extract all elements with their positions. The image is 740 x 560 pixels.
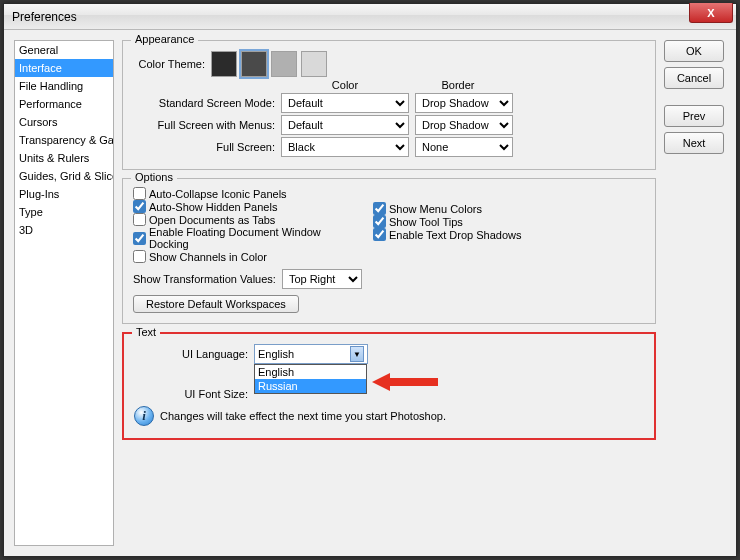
info-icon: i — [134, 406, 154, 426]
language-option-english[interactable]: English — [255, 365, 366, 379]
header-color: Color — [281, 79, 409, 91]
full-screen-border-select[interactable]: None — [415, 137, 513, 157]
standard-screen-border-select[interactable]: Drop Shadow — [415, 93, 513, 113]
window-title: Preferences — [12, 10, 77, 24]
chevron-down-icon: ▼ — [350, 346, 364, 362]
show-menu-colors-checkbox[interactable]: Show Menu Colors — [373, 202, 522, 215]
sidebar-item-units[interactable]: Units & Rulers — [15, 149, 113, 167]
full-menus-border-select[interactable]: Drop Shadow — [415, 115, 513, 135]
open-tabs-checkbox[interactable]: Open Documents as Tabs — [133, 213, 359, 226]
dialog-buttons: OK Cancel Prev Next — [664, 40, 726, 546]
text-group: Text UI Language: English ▼ English Russ… — [122, 332, 656, 440]
theme-swatch-1[interactable] — [211, 51, 237, 77]
ui-font-size-label: UI Font Size: — [134, 388, 254, 400]
appearance-legend: Appearance — [131, 33, 198, 45]
options-legend: Options — [131, 171, 177, 183]
restore-button[interactable]: Restore Default Workspaces — [133, 295, 299, 313]
language-option-russian[interactable]: Russian — [255, 379, 366, 393]
ok-button[interactable]: OK — [664, 40, 724, 62]
full-screen-label: Full Screen: — [133, 141, 281, 153]
show-tooltips-checkbox[interactable]: Show Tool Tips — [373, 215, 522, 228]
cancel-button[interactable]: Cancel — [664, 67, 724, 89]
full-menus-color-select[interactable]: Default — [281, 115, 409, 135]
sidebar-item-transparency[interactable]: Transparency & Gamut — [15, 131, 113, 149]
sidebar-item-performance[interactable]: Performance — [15, 95, 113, 113]
full-menus-label: Full Screen with Menus: — [133, 119, 281, 131]
next-button[interactable]: Next — [664, 132, 724, 154]
sidebar-item-plugins[interactable]: Plug-Ins — [15, 185, 113, 203]
header-border: Border — [409, 79, 507, 91]
standard-screen-label: Standard Screen Mode: — [133, 97, 281, 109]
transform-values-select[interactable]: Top Right — [282, 269, 362, 289]
sidebar-item-guides[interactable]: Guides, Grid & Slices — [15, 167, 113, 185]
theme-swatch-4[interactable] — [301, 51, 327, 77]
appearance-group: Appearance Color Theme: Color Border Sta… — [122, 40, 656, 170]
titlebar: Preferences X — [4, 4, 736, 30]
color-theme-label: Color Theme: — [133, 58, 211, 70]
enable-dock-checkbox[interactable]: Enable Floating Document Window Docking — [133, 226, 359, 250]
sidebar-item-interface[interactable]: Interface — [15, 59, 113, 77]
theme-swatch-3[interactable] — [271, 51, 297, 77]
transform-values-label: Show Transformation Values: — [133, 273, 282, 285]
ui-language-dropdown-list: English Russian — [254, 364, 367, 394]
preferences-dialog: Preferences X General Interface File Han… — [3, 3, 737, 557]
sidebar-item-file-handling[interactable]: File Handling — [15, 77, 113, 95]
info-text: Changes will take effect the next time y… — [160, 410, 446, 422]
text-legend: Text — [132, 326, 160, 338]
auto-show-checkbox[interactable]: Auto-Show Hidden Panels — [133, 200, 359, 213]
sidebar-item-general[interactable]: General — [15, 41, 113, 59]
full-screen-color-select[interactable]: Black — [281, 137, 409, 157]
ui-language-selected: English — [258, 348, 294, 360]
theme-swatch-2[interactable] — [241, 51, 267, 77]
options-group: Options Auto-Collapse Iconic Panels Auto… — [122, 178, 656, 324]
ui-language-label: UI Language: — [134, 348, 254, 360]
sidebar-item-cursors[interactable]: Cursors — [15, 113, 113, 131]
ui-language-select[interactable]: English ▼ English Russian — [254, 344, 368, 364]
auto-collapse-checkbox[interactable]: Auto-Collapse Iconic Panels — [133, 187, 359, 200]
prev-button[interactable]: Prev — [664, 105, 724, 127]
show-channels-checkbox[interactable]: Show Channels in Color — [133, 250, 359, 263]
close-button[interactable]: X — [689, 3, 733, 23]
close-x-icon: X — [707, 7, 714, 19]
standard-screen-color-select[interactable]: Default — [281, 93, 409, 113]
sidebar-item-3d[interactable]: 3D — [15, 221, 113, 239]
category-sidebar: General Interface File Handling Performa… — [14, 40, 114, 546]
enable-shadows-checkbox[interactable]: Enable Text Drop Shadows — [373, 228, 522, 241]
sidebar-item-type[interactable]: Type — [15, 203, 113, 221]
